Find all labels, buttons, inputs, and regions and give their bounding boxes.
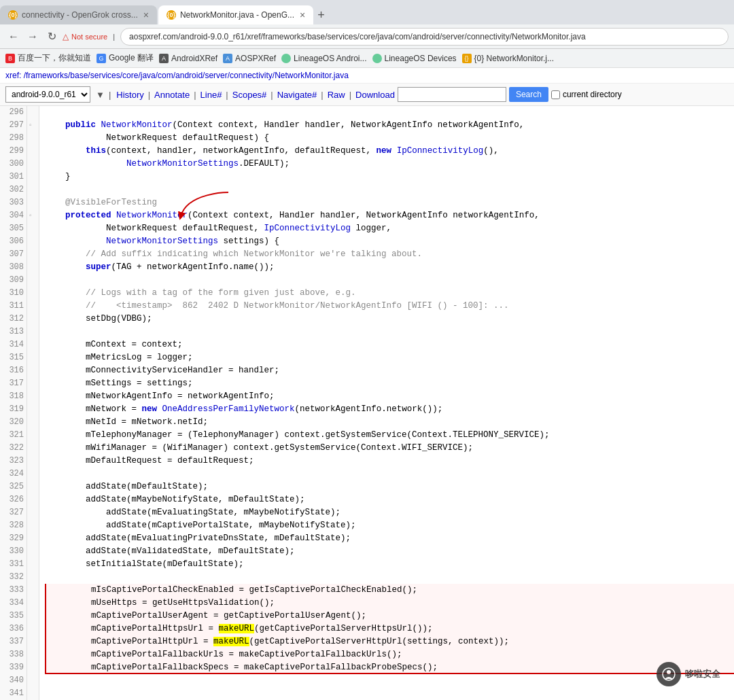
- not-secure-label: Not secure: [71, 33, 107, 41]
- ln-325: 325: [3, 480, 24, 493]
- bookmark-google-icon: G: [97, 54, 106, 63]
- fold-308: [29, 261, 37, 274]
- fold-297[interactable]: ▫: [29, 119, 37, 132]
- fold-313: [29, 326, 37, 338]
- history-link[interactable]: History: [116, 90, 143, 100]
- bookmark-androidxref[interactable]: A AndroidXRef: [159, 54, 217, 63]
- breadcrumb-text: xref: /frameworks/base/services/core/jav…: [5, 71, 349, 80]
- code-line-337: mCaptivePortalHttpUrl = makeURL(getCapti…: [45, 635, 734, 648]
- kw-super-308: super: [86, 262, 111, 272]
- download-link[interactable]: Download: [355, 90, 395, 100]
- link-networkmonitorsettings-300[interactable]: NetworkMonitorSettings: [126, 159, 239, 169]
- fold-322: [29, 468, 37, 480]
- ln-337: 337: [3, 635, 24, 648]
- ln-303: 303: [3, 196, 24, 209]
- bookmark-networkmonitor-icon: {}: [462, 54, 472, 63]
- tab-1-close[interactable]: ×: [143, 10, 149, 20]
- link-ipconnectivity-299[interactable]: IpConnectivityLog: [397, 146, 484, 156]
- fold-310: [29, 287, 37, 300]
- sep6: |: [349, 90, 351, 100]
- fold-304[interactable]: ▫: [29, 209, 37, 222]
- fold-321: [29, 455, 37, 468]
- ln-306: 306: [3, 235, 24, 248]
- forward-button[interactable]: →: [24, 29, 41, 45]
- code-line-302: [45, 183, 734, 196]
- bookmark-androidxref-icon: A: [159, 54, 169, 63]
- sep4: |: [270, 90, 273, 100]
- scopes-link[interactable]: Scopes#: [232, 90, 267, 100]
- fold-315: [29, 377, 37, 390]
- current-dir-checkbox[interactable]: [551, 90, 560, 99]
- kw-new-299: new: [377, 146, 392, 156]
- page-content: xref: /frameworks/base/services/core/jav…: [0, 68, 734, 700]
- ln-333: 333: [3, 584, 24, 597]
- link-networkmonitor-297[interactable]: NetworkMonitor: [101, 120, 173, 130]
- ln-327: 327: [3, 506, 24, 519]
- code-line-324: [45, 468, 734, 480]
- search-input[interactable]: [398, 87, 506, 102]
- line-link[interactable]: Line#: [200, 90, 222, 100]
- search-button[interactable]: Search: [509, 87, 548, 102]
- code-line-311: // <timestamp> 862 2402 D NetworkMonitor…: [45, 300, 734, 313]
- back-button[interactable]: ←: [5, 29, 22, 45]
- reload-button[interactable]: ↻: [43, 29, 60, 45]
- bookmark-baidu-label: 百度一下，你就知道: [18, 52, 91, 64]
- tab-bar: {0} connectivity - OpenGrok cross... × {…: [0, 0, 734, 24]
- ln-304: 304: [3, 209, 24, 222]
- bookmark-lineageos-devices[interactable]: LineageOS Devices: [372, 54, 457, 63]
- new-tab-button[interactable]: +: [317, 5, 325, 24]
- fold-312: [29, 313, 37, 326]
- code-line-299: this(context, handler, networkAgentInfo,…: [45, 145, 734, 158]
- fold-298: [29, 132, 37, 145]
- bookmark-aospxref-icon: A: [223, 54, 232, 63]
- comment-310: // Logs with a tag of the form given jus…: [86, 288, 356, 298]
- tab-1[interactable]: {0} connectivity - OpenGrok cross... ×: [0, 5, 157, 24]
- ln-301: 301: [3, 171, 24, 183]
- link-networkmonitorsettings-306[interactable]: NetworkMonitorSettings: [106, 237, 218, 246]
- current-dir-label: current directory: [563, 90, 622, 99]
- fold-320: [29, 442, 37, 455]
- fold-328: [29, 545, 37, 558]
- bookmark-baidu[interactable]: B 百度一下，你就知道: [5, 52, 91, 64]
- annotate-link[interactable]: Annotate: [154, 90, 190, 100]
- bookmark-google-translate[interactable]: G Google 翻译: [97, 52, 154, 64]
- tab-2-close[interactable]: ×: [300, 10, 305, 20]
- url-separator: |: [113, 33, 115, 41]
- annotation-303: @VisibleForTesting: [65, 198, 157, 207]
- ln-297: 297: [3, 119, 24, 132]
- ln-315: 315: [3, 351, 24, 364]
- link-ipconnectivitylog-305[interactable]: IpConnectivityLog: [264, 224, 351, 233]
- code-line-326: addState(mMaybeNotifyState, mDefaultStat…: [45, 493, 734, 506]
- url-bar[interactable]: [120, 28, 729, 46]
- code-line-319: mNetwork = new OneAddressPerFamilyNetwor…: [45, 403, 734, 416]
- bookmark-androidxref-label: AndroidXRef: [171, 54, 217, 63]
- ln-307: 307: [3, 248, 24, 261]
- ln-332: 332: [3, 571, 24, 584]
- code-line-339: mCaptivePortalFallbackSpecs = makeCaptiv…: [45, 661, 734, 674]
- bookmark-networkmonitor[interactable]: {} {0} NetworkMonitor.j...: [462, 54, 554, 63]
- ln-313: 313: [3, 326, 24, 338]
- ln-338: 338: [3, 648, 24, 661]
- bookmark-aospxref[interactable]: A AOSPXRef: [223, 54, 276, 63]
- navigate-link[interactable]: Navigate#: [277, 90, 317, 100]
- tab-2[interactable]: {0} NetworkMonitor.java - OpenG... ×: [158, 5, 313, 24]
- breadcrumb: xref: /frameworks/base/services/core/jav…: [0, 68, 734, 84]
- version-select[interactable]: android-9.0.0_r61: [5, 86, 90, 103]
- bookmark-lineageos-android[interactable]: LineageOS Androi...: [281, 54, 366, 63]
- kw-protected-304: protected: [65, 211, 111, 220]
- fold-301: [29, 171, 37, 183]
- line-numbers: 296 297 298 299 300 301 302 303 304 305 …: [0, 106, 27, 700]
- ln-309: 309: [3, 274, 24, 287]
- code-line-331: setInitialState(mDefaultState);: [45, 558, 734, 571]
- code-line-301: }: [45, 171, 734, 183]
- sep3: |: [226, 90, 228, 100]
- ln-320: 320: [3, 416, 24, 429]
- fold-331: [29, 584, 37, 597]
- fold-323: [29, 480, 37, 493]
- link-oneaddress-319[interactable]: OneAddressPerFamilyNetwork: [162, 404, 295, 414]
- fold-324: [29, 493, 37, 506]
- fold-326: [29, 519, 37, 532]
- toolbar: android-9.0.0_r61 ▼ | History | Annotate…: [0, 84, 734, 106]
- watermark-logo-icon: [661, 667, 676, 682]
- raw-link[interactable]: Raw: [328, 90, 345, 100]
